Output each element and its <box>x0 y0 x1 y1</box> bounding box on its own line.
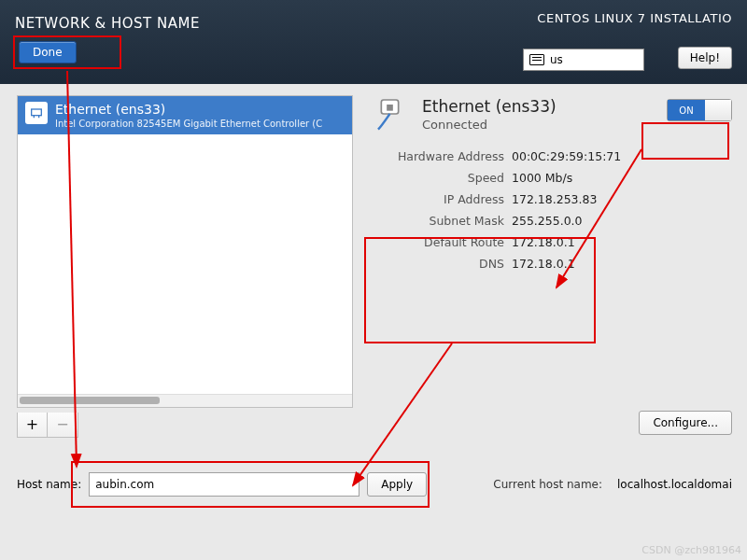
connection-toggle[interactable]: ON <box>667 99 732 121</box>
interface-item[interactable]: Ethernet (ens33) Intel Corporation 82545… <box>18 96 352 134</box>
detail-title: Ethernet (ens33) <box>422 97 557 116</box>
route-value: 172.18.0.1 <box>512 235 575 249</box>
keyboard-layout-select[interactable]: us <box>523 49 644 71</box>
help-button[interactable]: Help! <box>678 47 732 69</box>
configure-button[interactable]: Configure... <box>639 411 732 435</box>
toggle-on-label: ON <box>668 100 705 120</box>
hostname-row: Host name: Apply Current host name: loca… <box>17 472 732 497</box>
interface-name: Ethernet (ens33) <box>55 102 322 117</box>
remove-interface-button[interactable]: − <box>48 413 78 437</box>
hostname-input[interactable] <box>89 472 359 497</box>
ethernet-plug-icon <box>374 95 411 133</box>
detail-table: Hardware Address00:0C:29:59:15:71 Speed1… <box>374 149 732 271</box>
add-interface-button[interactable]: + <box>18 413 48 437</box>
watermark: CSDN @zch981964 <box>641 544 741 556</box>
interface-detail: Ethernet (ens33) Connected ON Hardware A… <box>374 95 732 278</box>
svg-rect-0 <box>32 109 42 116</box>
hwaddr-value: 00:0C:29:59:15:71 <box>512 149 621 163</box>
interface-list: Ethernet (ens33) Intel Corporation 82545… <box>17 95 353 408</box>
horizontal-scrollbar[interactable] <box>18 394 352 407</box>
speed-label: Speed <box>374 171 504 185</box>
svg-rect-2 <box>387 105 393 111</box>
speed-value: 1000 Mb/s <box>512 171 572 185</box>
dns-value: 172.18.0.1 <box>512 257 575 271</box>
list-body <box>18 134 352 394</box>
header: NETWORK & HOST NAME Done CENTOS LINUX 7 … <box>0 0 747 84</box>
mask-value: 255.255.0.0 <box>512 214 583 228</box>
mask-label: Subnet Mask <box>374 214 504 228</box>
hwaddr-label: Hardware Address <box>374 149 504 163</box>
ethernet-icon <box>25 102 48 124</box>
keyboard-layout-value: us <box>550 53 563 66</box>
apply-button[interactable]: Apply <box>367 472 427 497</box>
route-label: Default Route <box>374 235 504 249</box>
done-button[interactable]: Done <box>19 41 77 63</box>
detail-status: Connected <box>422 118 557 132</box>
current-hostname-label: Current host name: <box>493 478 602 491</box>
add-remove-toolbar: + − <box>17 413 78 438</box>
keyboard-icon <box>529 54 544 65</box>
hostname-label: Host name: <box>17 478 81 491</box>
dns-label: DNS <box>374 257 504 271</box>
installer-label: CENTOS LINUX 7 INSTALLATIO <box>537 11 732 25</box>
svg-line-4 <box>353 343 452 485</box>
interface-desc: Intel Corporation 82545EM Gigabit Ethern… <box>55 119 322 129</box>
toggle-knob <box>705 100 731 120</box>
current-hostname-value: localhost.localdomai <box>617 478 732 491</box>
ip-label: IP Address <box>374 192 504 206</box>
ip-value: 172.18.253.83 <box>512 192 597 206</box>
